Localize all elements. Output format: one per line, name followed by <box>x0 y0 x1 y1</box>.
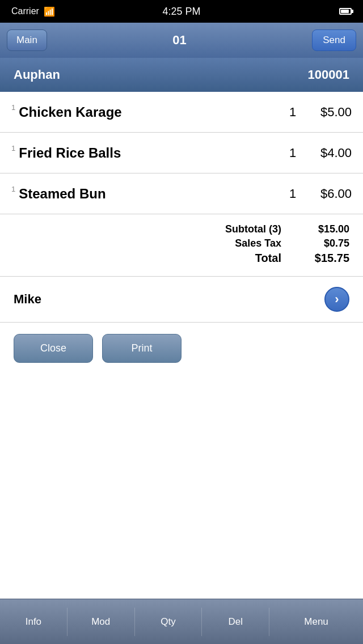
tab-mod[interactable]: Mod <box>67 599 134 644</box>
table-row[interactable]: 1 Fried Rice Balls 1 $4.00 <box>0 133 363 173</box>
chevron-right-icon: › <box>335 293 339 306</box>
server-row: Mike › <box>0 277 363 323</box>
nav-bar: Main 01 Send <box>0 23 363 58</box>
tab-qty[interactable]: Qty <box>135 599 202 644</box>
tab-del-label: Del <box>228 616 243 628</box>
status-bar-left: Carrier 📶 <box>11 6 55 17</box>
tab-menu-label: Menu <box>304 616 328 628</box>
item-seat: 1 <box>11 184 15 193</box>
close-button[interactable]: Close <box>14 334 93 363</box>
status-bar: Carrier 📶 4:25 PM <box>0 0 363 23</box>
total-row: Total $15.75 <box>14 252 349 265</box>
action-buttons: Close Print <box>0 323 363 374</box>
carrier-label: Carrier <box>11 6 39 16</box>
item-price: $6.00 <box>312 187 352 201</box>
tab-bar: Info Mod Qty Del Menu <box>0 599 363 644</box>
server-name: Mike <box>14 292 41 307</box>
battery-icon <box>339 8 352 15</box>
subtotal-row: Subtotal (3) $15.00 <box>14 223 349 235</box>
item-name: Fried Rice Balls <box>19 145 287 161</box>
table-row[interactable]: 1 Steamed Bun 1 $6.00 <box>0 173 363 214</box>
total-value: $15.75 <box>304 252 349 265</box>
restaurant-header: Auphan 100001 <box>0 58 363 92</box>
wifi-icon: 📶 <box>44 6 55 17</box>
tab-mod-label: Mod <box>91 616 110 628</box>
main-button[interactable]: Main <box>7 29 47 51</box>
subtotal-label: Subtotal (3) <box>225 223 281 235</box>
item-name: Steamed Bun <box>19 186 287 202</box>
item-seat: 1 <box>11 102 15 112</box>
item-qty: 1 <box>287 146 298 160</box>
status-bar-time: 4:25 PM <box>162 6 200 18</box>
status-bar-right <box>339 8 352 15</box>
table-row[interactable]: 1 Chicken Karage 1 $5.00 <box>0 92 363 133</box>
print-button[interactable]: Print <box>102 334 182 363</box>
item-price: $5.00 <box>312 105 352 120</box>
total-label: Total <box>255 252 281 265</box>
tax-row: Sales Tax $0.75 <box>14 238 349 249</box>
restaurant-name: Auphan <box>14 67 60 82</box>
tab-del[interactable]: Del <box>202 599 269 644</box>
tax-value: $0.75 <box>304 238 349 249</box>
order-number: 100001 <box>308 67 349 82</box>
order-items-list: 1 Chicken Karage 1 $5.00 1 Fried Rice Ba… <box>0 92 363 214</box>
item-price: $4.00 <box>312 146 352 160</box>
tax-label: Sales Tax <box>235 238 281 249</box>
server-detail-button[interactable]: › <box>324 287 349 312</box>
item-qty: 1 <box>287 105 298 120</box>
tab-info-label: Info <box>26 616 41 628</box>
item-qty: 1 <box>287 187 298 201</box>
nav-title: 01 <box>172 33 186 48</box>
subtotal-value: $15.00 <box>304 223 349 235</box>
tab-qty-label: Qty <box>161 616 175 628</box>
send-button[interactable]: Send <box>312 29 356 51</box>
totals-section: Subtotal (3) $15.00 Sales Tax $0.75 Tota… <box>0 214 363 277</box>
item-name: Chicken Karage <box>19 104 287 120</box>
tab-info[interactable]: Info <box>0 599 67 644</box>
item-seat: 1 <box>11 143 15 152</box>
tab-menu[interactable]: Menu <box>269 599 363 644</box>
